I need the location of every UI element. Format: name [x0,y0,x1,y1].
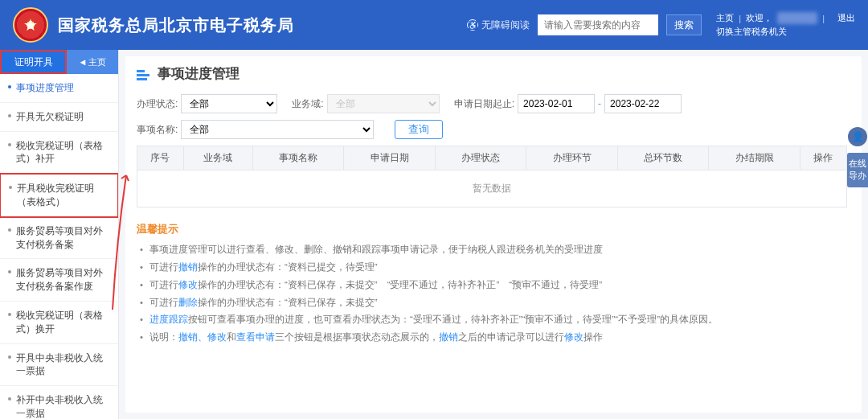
query-button[interactable]: 查询 [395,120,443,139]
search-button[interactable]: 搜索 [666,14,702,35]
assistant-avatar-icon[interactable]: 👤 [848,127,867,146]
sidebar: 证明开具 ◄主页 事项进度管理开具无欠税证明税收完税证明（表格式）补开开具税收完… [0,50,119,419]
hint-item: 进度跟踪按钮可查看事项办理的进度，也可查看办理状态为：“受理不通过，待补齐补正”… [140,311,847,329]
main-content: 事项进度管理 办理状态: 全部 业务域: 全部 申请日期起止: - 事项名称: … [125,56,862,413]
date-label: 申请日期起止: [454,97,514,111]
hint-item: 可进行撤销操作的办理状态有：“资料已提交，待受理” [140,259,847,277]
welcome-label: 欢迎， [746,12,772,24]
hint-item: 说明：撤销、修改和查看申请三个按钮是根据事项状态动态展示的，撤销之后的申请记录可… [140,329,847,347]
collapse-icon: ◄ [79,57,88,67]
hints-title: 温馨提示 [137,222,847,236]
item-name-select[interactable]: 全部 [181,120,374,139]
table-header: 操作 [800,146,846,170]
logout-link[interactable]: 退出 [837,12,855,24]
domain-label: 业务域: [292,97,323,111]
hint-item: 可进行删除操作的办理状态有：“资料已保存，未提交” [140,294,847,312]
sidebar-tab-certificates[interactable]: 证明开具 [0,50,67,74]
progress-table: 序号业务域事项名称申请日期办理状态办理环节总环节数办结期限操作 暂无数据 [137,146,847,207]
sidebar-item[interactable]: 服务贸易等项目对外支付税务备案 [0,217,118,260]
table-empty: 暂无数据 [137,170,847,207]
status-select[interactable]: 全部 [181,94,277,113]
date-from-input[interactable] [518,94,595,113]
status-label: 办理状态: [137,97,178,111]
sidebar-item[interactable]: 事项进度管理 [0,74,118,103]
user-name-masked [777,12,817,24]
table-header: 申请日期 [344,146,436,170]
body: 证明开具 ◄主页 事项进度管理开具无欠税证明税收完税证明（表格式）补开开具税收完… [0,50,868,419]
item-name-label: 事项名称: [137,123,178,137]
sidebar-tabs: 证明开具 ◄主页 [0,50,118,74]
hint-item: 事项进度管理可以进行查看、修改、删除、撤销和跟踪事项申请记录，便于纳税人跟进税务… [140,241,847,259]
accessibility-icon: ♿ [467,19,478,31]
sidebar-item[interactable]: 税收完税证明（表格式）补开 [0,132,118,175]
date-to-input[interactable] [604,94,682,113]
home-link[interactable]: 主页 [716,12,734,24]
filter-row-2: 事项名称: 全部 查询 [137,120,847,139]
page-title: 事项进度管理 [137,64,847,83]
sidebar-item[interactable]: 补开中央非税收入统一票据 [0,386,118,419]
filter-row-1: 办理状态: 全部 业务域: 全部 申请日期起止: - [137,94,847,113]
list-icon [137,68,151,80]
sidebar-item[interactable]: 开具中央非税收入统一票据 [0,344,118,387]
header-right: ♿ 无障碍阅读 搜索 主页 | 欢迎， | 退出 切换主管税务机关 [467,12,855,38]
table-header: 办理环节 [526,146,618,170]
user-area: 主页 | 欢迎， | 退出 切换主管税务机关 [716,12,855,38]
national-emblem-icon: ★ [13,7,48,43]
hints-list: 事项进度管理可以进行查看、修改、删除、撤销和跟踪事项申请记录，便于纳税人跟进税务… [137,241,847,347]
sidebar-home-button[interactable]: ◄主页 [67,50,118,74]
table-header: 办理状态 [435,146,526,170]
accessibility-link[interactable]: ♿ 无障碍阅读 [467,18,530,32]
site-title: 国家税务总局北京市电子税务局 [58,14,294,36]
domain-select[interactable]: 全部 [327,94,440,113]
hint-item: 可进行修改操作的办理状态有：“资料已保存，未提交” “受理不通过，待补齐补正” … [140,277,847,294]
sidebar-item[interactable]: 开具税收完税证明（表格式） [0,173,119,218]
sidebar-item[interactable]: 税收完税证明（表格式）换开 [0,302,118,344]
table-header: 总环节数 [617,146,709,170]
search-input[interactable] [538,14,658,35]
switch-tax-authority-link[interactable]: 切换主管税务机关 [716,26,787,38]
table-header: 事项名称 [252,146,344,170]
table-header: 办结期限 [709,146,800,170]
online-help-button[interactable]: 在线导办 [847,153,868,187]
table-header: 序号 [137,146,184,170]
table-header: 业务域 [183,146,252,170]
sidebar-item[interactable]: 服务贸易等项目对外支付税务备案作废 [0,259,118,302]
app-header: ★ 国家税务总局北京市电子税务局 ♿ 无障碍阅读 搜索 主页 | 欢迎， | 退… [0,0,868,50]
sidebar-item[interactable]: 开具无欠税证明 [0,103,118,132]
